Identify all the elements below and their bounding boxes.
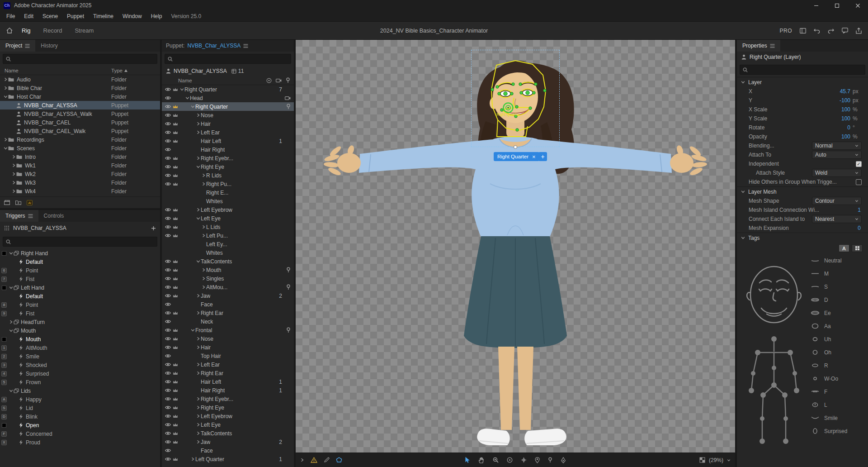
puppet-layer-row-right-eyebr[interactable]: Right Eyebr... [162, 154, 294, 162]
menu-item-file[interactable]: File [2, 11, 19, 21]
warp-independence-toggle[interactable] [172, 457, 179, 461]
trigger-blink[interactable]: DBlink [0, 412, 160, 421]
chevron-right-icon[interactable] [195, 440, 201, 444]
puppet-layer-row-nose[interactable]: Nose [162, 334, 294, 343]
panel-menu-icon[interactable] [243, 44, 248, 48]
redo-icon[interactable] [828, 28, 834, 33]
project-row-nvbb-char-alyssa[interactable]: NVBB_Char_ALYSSAPuppet [0, 101, 160, 110]
trigger-swatch[interactable] [2, 251, 6, 256]
undo-icon[interactable] [814, 28, 820, 33]
trigger-group-lids[interactable]: Lids [0, 386, 160, 395]
warp-independence-toggle[interactable] [172, 276, 179, 281]
puppet-layer-row-left-quarter[interactable]: Left Quarter1 [162, 455, 294, 463]
visibility-toggle[interactable] [164, 414, 172, 418]
puppet-layer-row-hair-left[interactable]: Hair Left1 [162, 137, 294, 145]
puppet-layer-row-right-pu[interactable]: Right Pu... [162, 180, 294, 188]
warp-independence-toggle[interactable] [172, 405, 179, 410]
trigger-mouth[interactable]: Mouth [0, 335, 160, 343]
project-row-bible-char[interactable]: Bible CharFolder [0, 84, 160, 92]
project-row-wk3[interactable]: Wk3Folder [0, 178, 160, 187]
workspace-tab-rig[interactable]: Rig [22, 27, 31, 34]
visibility-toggle[interactable] [164, 234, 172, 238]
tags-grid-view-button[interactable] [852, 244, 863, 252]
menu-item-edit[interactable]: Edit [19, 11, 38, 21]
handle-icon[interactable] [286, 267, 291, 273]
trigger-lid[interactable]: SLid [0, 404, 160, 412]
property-select[interactable]: Weld [812, 169, 862, 177]
panel-menu-icon[interactable] [28, 214, 33, 218]
visibility-toggle[interactable] [164, 380, 172, 384]
chevron-right-icon[interactable] [195, 371, 201, 375]
puppet-layer-row-left-eye[interactable]: Left Eye [162, 214, 294, 223]
warp-independence-toggle[interactable] [172, 225, 179, 229]
chevron-right-icon[interactable] [195, 405, 201, 410]
puppet-layer-row-head[interactable]: Head [162, 94, 294, 102]
viseme-tag-m[interactable]: M [808, 267, 866, 280]
chevron-right-icon[interactable] [195, 362, 201, 367]
trigger-frown[interactable]: 5Frown [0, 378, 160, 386]
visibility-toggle[interactable] [164, 208, 172, 212]
visibility-toggle[interactable] [164, 448, 172, 453]
zoom-level[interactable]: (29%) [709, 457, 723, 463]
visibility-toggle[interactable] [164, 130, 172, 134]
visibility-toggle[interactable] [164, 113, 172, 117]
puppet-layer-row-whites[interactable]: Whites [162, 197, 294, 205]
chevron-right-icon[interactable] [195, 431, 201, 435]
trigger-open[interactable]: Open [0, 421, 160, 429]
trigger-smile[interactable]: 2Smile [0, 352, 160, 361]
trigger-proud[interactable]: XProud [0, 438, 160, 447]
puppet-layer-row-r-lids[interactable]: R Lids [162, 171, 294, 180]
expand-tray-icon[interactable] [300, 458, 304, 462]
ai-file-icon[interactable]: Ai [27, 200, 33, 205]
warp-independence-toggle[interactable] [172, 268, 179, 272]
property-checkbox[interactable] [856, 179, 862, 185]
puppet-layer-row-left-pu[interactable]: Left Pu... [162, 231, 294, 240]
chevron-right-icon[interactable] [195, 122, 201, 126]
puppet-layer-row-right-quarter[interactable]: Right Quarter [162, 102, 294, 111]
project-row-host-char[interactable]: Host CharFolder [0, 92, 160, 101]
visibility-toggle[interactable] [164, 148, 172, 152]
trigger-group-right-hand[interactable]: Right Hand [0, 249, 160, 257]
warp-independence-toggle[interactable] [172, 371, 179, 375]
menu-item-puppet[interactable]: Puppet [62, 11, 89, 21]
visibility-toggle[interactable] [164, 122, 172, 126]
puppet-layer-row-l-lids[interactable]: L Lids [162, 223, 294, 231]
puppet-layer-row-jaw[interactable]: Jaw2 [162, 438, 294, 446]
face-tag-diagram[interactable] [741, 256, 807, 332]
property-value[interactable]: 1 [858, 207, 861, 213]
trigger-happy[interactable]: AHappy [0, 395, 160, 404]
trigger-default[interactable]: Default [0, 292, 160, 300]
home-icon[interactable] [6, 28, 13, 33]
chevron-right-icon[interactable] [195, 345, 201, 349]
chevron-right-icon[interactable] [195, 156, 201, 160]
visibility-toggle[interactable] [164, 431, 172, 435]
handle-icon[interactable] [286, 284, 291, 290]
warp-independence-toggle[interactable] [172, 440, 179, 444]
chevron-right-icon[interactable] [11, 172, 16, 176]
layer-tag-pill[interactable]: Right Quarter × [494, 152, 539, 161]
puppet-layer-row-talkcontents[interactable]: TalkContents [162, 257, 294, 266]
visibility-toggle[interactable] [164, 440, 172, 444]
chevron-down-icon[interactable] [184, 96, 190, 100]
stage-canvas[interactable]: Right Quarter Right Quarter × + [296, 40, 735, 453]
record-column-icon[interactable] [266, 78, 272, 83]
trigger-swatch[interactable] [2, 423, 6, 428]
warp-independence-toggle[interactable] [172, 165, 179, 169]
menu-item-help[interactable]: Help [146, 11, 167, 21]
origin-tool-icon[interactable] [507, 457, 513, 463]
visibility-toggle[interactable] [164, 328, 172, 332]
puppet-search-input[interactable] [175, 56, 288, 62]
visibility-toggle[interactable] [164, 173, 172, 177]
project-row-wk2[interactable]: Wk2Folder [0, 170, 160, 178]
puppet-layer-row-left-ear[interactable]: Left Ear [162, 360, 294, 369]
transparency-grid-icon[interactable] [699, 457, 705, 463]
selection-origin-handle[interactable] [514, 145, 517, 149]
chevron-down-icon[interactable] [3, 146, 8, 150]
warp-independence-toggle[interactable] [172, 362, 179, 367]
tab-properties[interactable]: Properties [737, 40, 780, 52]
trigger-group-left-hand[interactable]: Left Hand [0, 283, 160, 292]
chevron-down-icon[interactable] [8, 389, 14, 393]
property-value[interactable]: 45.7 [832, 88, 850, 95]
warp-independence-toggle[interactable] [172, 216, 179, 220]
visibility-toggle[interactable] [164, 182, 172, 186]
